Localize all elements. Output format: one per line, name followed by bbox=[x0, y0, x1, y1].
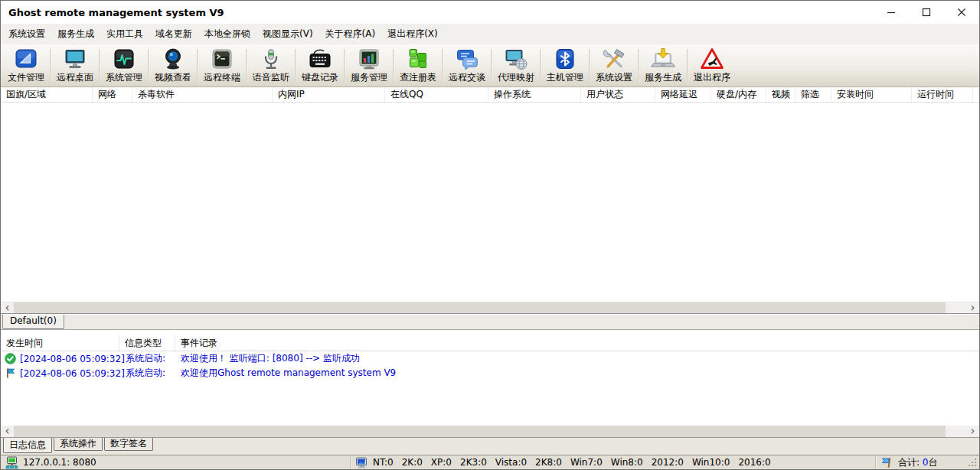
toolbar-button-label: 查注册表 bbox=[400, 72, 436, 83]
column-header[interactable]: 网络延迟 bbox=[655, 87, 711, 102]
toolbar-button-label: 文件管理 bbox=[8, 72, 44, 83]
scrollbar-thumb[interactable] bbox=[14, 302, 946, 313]
column-header[interactable]: 安装时间 bbox=[831, 87, 912, 102]
status-listen-section: 127.0.0.1: 8080 bbox=[1, 455, 350, 469]
system-management-icon bbox=[112, 47, 136, 71]
toolbar-button-label: 系统设置 bbox=[596, 72, 632, 83]
group-tab[interactable]: Default(0) bbox=[2, 315, 64, 329]
scrollbar-thumb[interactable] bbox=[14, 426, 946, 437]
total-unit: 台 bbox=[929, 456, 938, 469]
maximize-icon bbox=[922, 8, 931, 17]
toolbar-button-proxy-mapping[interactable]: 代理映射 bbox=[492, 44, 540, 86]
log-time-cell: [2024-08-06 05:09:32] bbox=[1, 367, 119, 379]
scroll-right-icon[interactable]: › bbox=[966, 302, 979, 313]
toolbar-button-system-management[interactable]: 系统管理 bbox=[100, 44, 148, 86]
log-column-header[interactable]: 发生时间 bbox=[1, 335, 119, 351]
toolbar-button-label: 远程桌面 bbox=[57, 72, 93, 83]
log-row[interactable]: [2024-08-06 05:09:32]系统启动:欢迎使用Ghost remo… bbox=[1, 366, 979, 380]
toolbar-button-host-management[interactable]: 主机管理 bbox=[541, 44, 589, 86]
log-row[interactable]: [2024-08-06 05:09:32]系统启动:欢迎使用！ 监听端口: [8… bbox=[1, 351, 979, 366]
column-header[interactable]: 在线QQ bbox=[385, 87, 488, 102]
minimize-button[interactable] bbox=[874, 1, 909, 24]
log-column-header[interactable]: 事件记录 bbox=[175, 335, 979, 351]
blue-flag-icon bbox=[5, 367, 16, 379]
bottom-tab-strip: 日志信息系统操作数字签名 bbox=[1, 438, 979, 455]
menu-item[interactable]: 实用工具 bbox=[100, 24, 149, 44]
scroll-right-icon[interactable]: › bbox=[966, 426, 979, 437]
resize-grip-icon[interactable] bbox=[968, 458, 978, 468]
toolbar-button-voice-monitor[interactable]: 语音监听 bbox=[247, 44, 295, 86]
column-header[interactable]: 运行时间 bbox=[912, 87, 973, 102]
os-count: Vista:0 bbox=[495, 457, 527, 468]
toolbar-button-system-settings[interactable]: 系统设置 bbox=[590, 44, 638, 86]
total-label: 合计: bbox=[898, 456, 923, 469]
success-check-icon bbox=[5, 353, 16, 364]
toolbar-button-registry-view[interactable]: 查注册表 bbox=[394, 44, 442, 86]
window-title: Ghost remote management system V9 bbox=[8, 7, 224, 18]
host-list-hscrollbar: ‹ › bbox=[1, 302, 979, 314]
keylogger-icon bbox=[308, 47, 332, 71]
column-header[interactable]: 操作系统 bbox=[488, 87, 581, 102]
toolbar-button-exit-program[interactable]: 退出程序 bbox=[688, 44, 736, 86]
host-list-body[interactable] bbox=[1, 103, 979, 302]
column-header[interactable]: 国旗/区域 bbox=[1, 87, 93, 102]
total-flag-icon bbox=[880, 456, 893, 469]
video-view-icon bbox=[161, 47, 185, 71]
remote-terminal-icon bbox=[210, 47, 234, 71]
column-header[interactable]: 杀毒软件 bbox=[132, 87, 273, 102]
toolbar-button-remote-chat[interactable]: 远程交谈 bbox=[443, 44, 491, 86]
bottom-tab[interactable]: 系统操作 bbox=[54, 438, 103, 451]
column-header[interactable]: 视频 bbox=[766, 87, 795, 102]
toolbar-button-remote-terminal[interactable]: 远程终端 bbox=[198, 44, 246, 86]
column-header[interactable]: 用户状态 bbox=[581, 87, 655, 102]
menu-item[interactable]: 视图显示(V) bbox=[256, 24, 319, 44]
toolbar-button-label: 退出程序 bbox=[694, 72, 730, 83]
column-header[interactable]: 筛选 bbox=[795, 87, 831, 102]
toolbar-button-keylogger[interactable]: 键盘记录 bbox=[296, 44, 344, 86]
menu-item[interactable]: 域名更新 bbox=[149, 24, 198, 44]
maximize-button[interactable] bbox=[909, 1, 944, 24]
menu-item[interactable]: 关于程序(A) bbox=[319, 24, 382, 44]
log-type: 系统启动: bbox=[119, 352, 175, 365]
menu-item[interactable]: 退出程序(X) bbox=[381, 24, 444, 44]
status-total-section: 合计: 0台 bbox=[875, 455, 979, 469]
close-button[interactable] bbox=[944, 1, 979, 24]
os-monitor-icon bbox=[355, 456, 368, 469]
toolbar-button-label: 视频查看 bbox=[155, 72, 191, 83]
log-header: 发生时间信息类型事件记录 bbox=[1, 335, 979, 351]
log-timestamp: [2024-08-06 05:09:32] bbox=[20, 368, 125, 379]
toolbar-button-label: 语音监听 bbox=[253, 72, 289, 83]
menu-item[interactable]: 服务生成 bbox=[51, 24, 100, 44]
scroll-left-icon[interactable]: ‹ bbox=[1, 302, 14, 313]
host-management-icon bbox=[553, 47, 577, 71]
os-count: Win8:0 bbox=[611, 457, 643, 468]
menu-item[interactable]: 本地全屏锁 bbox=[198, 24, 256, 44]
toolbar-button-label: 主机管理 bbox=[547, 72, 583, 83]
remote-desktop-icon bbox=[63, 47, 87, 71]
voice-monitor-icon bbox=[259, 47, 283, 71]
os-count: 2016:0 bbox=[738, 457, 770, 468]
menu-bar: 系统设置服务生成实用工具域名更新本地全屏锁视图显示(V)关于程序(A)退出程序(… bbox=[1, 24, 979, 44]
app-window: Ghost remote management system V9 系统设置服务… bbox=[0, 0, 980, 470]
group-tab-strip: Default(0) bbox=[1, 315, 979, 330]
os-counts: NT:02K:0XP:02K3:0Vista:02K8:0Win7:0Win8:… bbox=[373, 457, 779, 468]
minimize-icon bbox=[887, 8, 896, 17]
toolbar-button-video-view[interactable]: 视频查看 bbox=[149, 44, 197, 86]
os-count: 2K:0 bbox=[402, 457, 423, 468]
scroll-left-icon[interactable]: ‹ bbox=[1, 426, 14, 437]
bottom-tab[interactable]: 日志信息 bbox=[3, 438, 52, 453]
toolbar-button-remote-desktop[interactable]: 远程桌面 bbox=[51, 44, 99, 86]
column-header[interactable]: 网络 bbox=[93, 87, 132, 102]
os-count: Win7:0 bbox=[570, 457, 603, 468]
column-header[interactable]: 硬盘/内存 bbox=[711, 87, 766, 102]
bottom-tab[interactable]: 数字签名 bbox=[104, 438, 153, 451]
toolbar-button-file-manager[interactable]: 文件管理 bbox=[2, 44, 50, 86]
column-header[interactable]: 内网IP bbox=[273, 87, 385, 102]
menu-item[interactable]: 系统设置 bbox=[2, 24, 51, 44]
toolbar-button-service-generate[interactable]: 服务生成 bbox=[639, 44, 687, 86]
toolbar-button-service-management[interactable]: 服务管理 bbox=[345, 44, 393, 86]
os-count: 2012:0 bbox=[652, 457, 684, 468]
status-bar: 127.0.0.1: 8080 NT:02K:0XP:02K3:0Vista:0… bbox=[1, 455, 979, 469]
remote-chat-icon bbox=[455, 47, 479, 71]
log-column-header[interactable]: 信息类型 bbox=[119, 335, 175, 351]
